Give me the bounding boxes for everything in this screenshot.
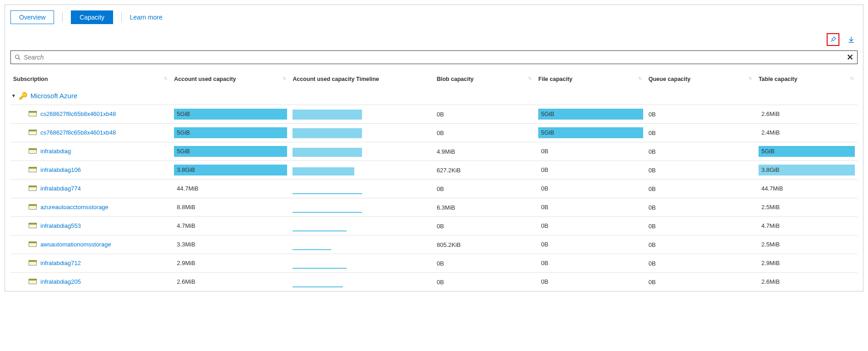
table-capacity-value: 2.9MiB: [761, 260, 779, 266]
table-capacity-value: 2.6MiB: [761, 278, 779, 285]
sort-icon: ↑↓: [164, 75, 167, 80]
queue-capacity-value: 0B: [646, 105, 756, 124]
table-row: infralabdiag205 2.6MiB 0B 0B 0B 2.6MiB: [10, 273, 858, 291]
svg-point-0: [15, 55, 19, 59]
storage-account-link[interactable]: infralabdiag774: [29, 185, 81, 192]
used-capacity-value: 2.9MiB: [177, 260, 195, 266]
file-capacity-value: 5GiB: [541, 110, 554, 117]
storage-account-link[interactable]: cs768627f8c65b8x4601xb48: [29, 129, 116, 136]
learn-more-link[interactable]: Learn more: [130, 14, 163, 21]
used-capacity-bar: 8.8MiB: [174, 202, 287, 213]
account-name: infralabdiag106: [40, 166, 81, 173]
used-capacity-value: 44.7MiB: [177, 185, 198, 192]
used-capacity-value: 2.6MiB: [177, 278, 195, 285]
table-capacity-value: 44.7MiB: [761, 185, 783, 192]
col-file[interactable]: File capacity↑↓: [536, 72, 645, 89]
download-icon: [848, 36, 855, 43]
file-capacity-bar: 0B: [538, 146, 643, 157]
timeline-spark: [293, 146, 370, 157]
file-capacity-value: 0B: [541, 278, 548, 285]
table-capacity-value: 2.5MiB: [761, 204, 779, 211]
blob-capacity-value: 6.3MiB: [434, 198, 536, 217]
col-blob[interactable]: Blob capacity↑↓: [434, 72, 536, 89]
blob-capacity-value: 627.2KiB: [434, 161, 536, 180]
table-capacity-value: 3.8GiB: [761, 166, 779, 173]
table-row: infralabdiag774 44.7MiB 0B 0B 0B 44.7MiB: [10, 180, 858, 198]
storage-account-link[interactable]: cs268627f8c65b8x4601xb48: [29, 110, 116, 117]
used-capacity-value: 5GiB: [177, 110, 190, 117]
pin-icon: [829, 35, 837, 44]
table-row: infralabdiag 5GiB 4.9MiB 0B 0B 5GiB: [10, 142, 858, 161]
storage-account-link[interactable]: infralabdiag553: [29, 222, 81, 229]
table-row: cs768627f8c65b8x4601xb48 5GiB 0B 5GiB 0B…: [10, 124, 858, 142]
used-capacity-bar: 5GiB: [174, 146, 287, 157]
storage-icon: [29, 167, 37, 172]
storage-account-link[interactable]: infralabdiag712: [29, 260, 81, 266]
table-capacity-value: 5GiB: [761, 148, 774, 155]
blob-capacity-value: 0B: [434, 273, 536, 291]
blob-capacity-value: 0B: [434, 254, 536, 273]
clear-search-button[interactable]: ✕: [847, 52, 853, 62]
file-capacity-bar: 0B: [538, 239, 643, 250]
col-table[interactable]: Table capacity↑↓: [756, 72, 858, 89]
table-capacity-bar: 44.7MiB: [759, 183, 855, 194]
key-icon: 🔑: [19, 91, 28, 100]
table-capacity-bar: 5GiB: [759, 146, 855, 157]
account-name: infralabdiag712: [40, 260, 81, 266]
timeline-spark: [293, 221, 370, 231]
file-capacity-bar: 0B: [538, 221, 643, 231]
actions-row: [10, 33, 858, 46]
table-capacity-value: 2.5MiB: [761, 241, 779, 248]
used-capacity-value: 3.8GiB: [177, 166, 195, 173]
blob-capacity-value: 0B: [434, 217, 536, 236]
account-name: infralabdiag774: [40, 185, 81, 192]
tab-capacity[interactable]: Capacity: [71, 10, 113, 24]
file-capacity-bar: 0B: [538, 202, 643, 213]
tab-overview[interactable]: Overview: [10, 10, 54, 24]
storage-account-link[interactable]: awsautomationomsstorage: [29, 241, 111, 248]
used-capacity-value: 5GiB: [177, 148, 190, 155]
col-used-capacity[interactable]: Account used capacity↑↓: [171, 72, 290, 89]
account-name: infralabdiag553: [40, 222, 81, 229]
search-input[interactable]: [21, 53, 847, 62]
queue-capacity-value: 0B: [646, 254, 756, 273]
col-timeline[interactable]: Account used capacity Timeline: [290, 72, 434, 89]
queue-capacity-value: 0B: [646, 161, 756, 180]
sort-icon: ↑↓: [282, 75, 285, 80]
used-capacity-value: 3.3MiB: [177, 241, 195, 248]
table-row: azureautoacctomsstorage 8.8MiB 6.3MiB 0B…: [10, 198, 858, 217]
pin-button[interactable]: [827, 33, 839, 46]
table-capacity-bar: 2.5MiB: [759, 239, 855, 250]
storage-account-link[interactable]: infralabdiag106: [29, 166, 81, 173]
storage-account-link[interactable]: infralabdiag205: [29, 278, 81, 285]
table-capacity-bar: 2.4MiB: [759, 127, 855, 138]
storage-account-link[interactable]: azureautoacctomsstorage: [29, 204, 109, 211]
queue-capacity-value: 0B: [646, 273, 756, 291]
storage-icon: [29, 148, 37, 154]
search-bar[interactable]: ✕: [10, 50, 858, 64]
timeline-spark: [293, 127, 370, 138]
file-capacity-bar: 5GiB: [538, 127, 643, 138]
file-capacity-value: 0B: [541, 185, 548, 192]
blob-capacity-value: 0B: [434, 180, 536, 198]
file-capacity-value: 0B: [541, 260, 548, 266]
col-subscription[interactable]: Subscription↑↓: [10, 72, 171, 89]
account-name: cs768627f8c65b8x4601xb48: [40, 129, 116, 136]
caret-down-icon: ▼: [11, 93, 16, 98]
storage-account-link[interactable]: infralabdiag: [29, 148, 71, 155]
table-row: infralabdiag553 4.7MiB 0B 0B 0B 4.7MiB: [10, 217, 858, 236]
table-capacity-bar: 2.5MiB: [759, 202, 855, 213]
subscription-group-row[interactable]: ▼ 🔑 Microsoft Azure: [10, 89, 858, 105]
used-capacity-bar: 3.8GiB: [174, 165, 287, 176]
table-row: awsautomationomsstorage 3.3MiB 805.2KiB …: [10, 236, 858, 254]
used-capacity-value: 8.8MiB: [177, 204, 195, 211]
queue-capacity-value: 0B: [646, 180, 756, 198]
storage-icon: [29, 260, 37, 266]
timeline-spark: [293, 258, 370, 269]
timeline-spark: [293, 202, 370, 213]
used-capacity-bar: 2.9MiB: [174, 258, 287, 269]
download-button[interactable]: [845, 33, 858, 46]
table-capacity-bar: 3.8GiB: [759, 165, 855, 176]
col-queue[interactable]: Queue capacity↑↓: [646, 72, 756, 89]
storage-icon: [29, 204, 37, 210]
